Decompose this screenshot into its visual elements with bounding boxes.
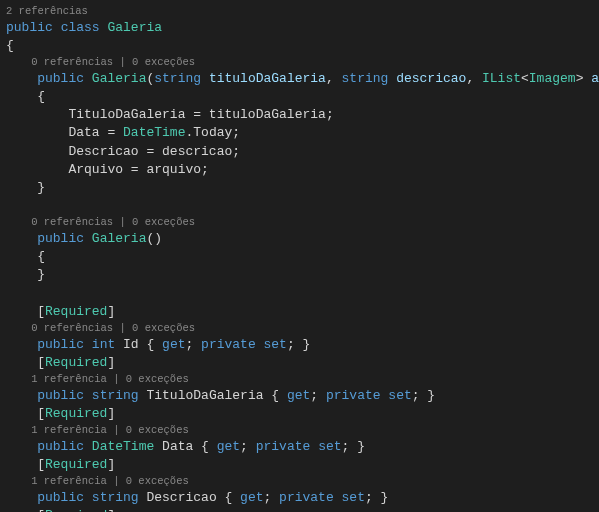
codelens-class[interactable]: 2 referências	[6, 4, 593, 19]
keyword-public: public	[6, 20, 53, 35]
brace-open: {	[6, 88, 593, 106]
attribute-required: Required	[45, 355, 107, 370]
blank-line	[6, 285, 593, 303]
code-line: Data = DateTime.Today;	[6, 124, 593, 142]
attribute-required: Required	[45, 304, 107, 319]
brace-open: {	[6, 248, 593, 266]
code-line: TituloDaGaleria = tituloDaGaleria;	[6, 106, 593, 124]
codelens-data[interactable]: 1 referência | 0 exceções	[6, 423, 593, 438]
codelens-ctor1[interactable]: 0 referências | 0 exceções	[6, 55, 593, 70]
attribute-required: Required	[45, 508, 107, 512]
code-line: [Required]	[6, 405, 593, 423]
code-line: [Required]	[6, 303, 593, 321]
code-line: public DateTime Data { get; private set;…	[6, 438, 593, 456]
codelens-ctor2[interactable]: 0 referências | 0 exceções	[6, 215, 593, 230]
brace-close: }	[6, 179, 593, 197]
code-line: public string Descricao { get; private s…	[6, 489, 593, 507]
code-line: public string TituloDaGaleria { get; pri…	[6, 387, 593, 405]
brace-open: {	[6, 37, 593, 55]
code-line: public Galeria()	[6, 230, 593, 248]
code-editor[interactable]: 2 referências public class Galeria { 0 r…	[0, 0, 599, 512]
code-line: public int Id { get; private set; }	[6, 336, 593, 354]
code-line: [Required]	[6, 456, 593, 474]
brace-close: }	[6, 266, 593, 284]
attribute-required: Required	[45, 457, 107, 472]
codelens-titulo[interactable]: 1 referência | 0 exceções	[6, 372, 593, 387]
codelens-descricao[interactable]: 1 referência | 0 exceções	[6, 474, 593, 489]
code-line: public class Galeria	[6, 19, 593, 37]
codelens-id[interactable]: 0 referências | 0 exceções	[6, 321, 593, 336]
code-line: Arquivo = arquivo;	[6, 161, 593, 179]
code-line: Descricao = descricao;	[6, 143, 593, 161]
blank-line	[6, 197, 593, 215]
code-line: [Required]	[6, 507, 593, 512]
code-line: public Galeria(string tituloDaGaleria, s…	[6, 70, 593, 88]
class-name: Galeria	[107, 20, 162, 35]
keyword-class: class	[61, 20, 100, 35]
attribute-required: Required	[45, 406, 107, 421]
code-line: [Required]	[6, 354, 593, 372]
